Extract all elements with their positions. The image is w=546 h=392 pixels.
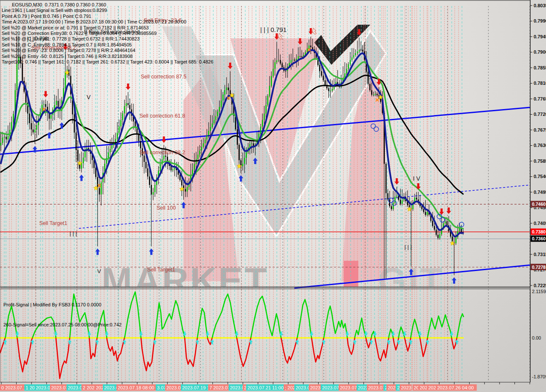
info-line: Point A:0.79 | Point B:0.745 | Point C:0… — [2, 14, 213, 19]
indicator-axis-label: -1.8709 — [532, 374, 546, 379]
time-chip-label: 2023. — [310, 385, 322, 390]
price-axis-label: 0.7765 — [534, 96, 546, 101]
sell-arrow-icon — [395, 178, 399, 184]
price-axis-label: 0.7810 — [534, 81, 546, 86]
time-chip-label: 7 — [209, 385, 212, 390]
time-chip-label: 2023.0 — [104, 385, 119, 390]
price-badge-label: 0.7460 — [532, 202, 546, 207]
chart-annotation: | | | — [70, 230, 77, 236]
time-chip-label: 2023.07 — [166, 385, 183, 390]
price-badge-label: 0.7278 — [532, 265, 546, 270]
hollow-arrow-icon — [312, 28, 317, 35]
time-chip-label: 2 — [397, 385, 400, 390]
time-chip-label: 2023.07. — [322, 385, 340, 390]
watermark-logo: MARKETGIT — [102, 25, 444, 301]
indicator-header: Profit-Signal | Modified By FSB3 0.1170 … — [3, 288, 122, 335]
price-axis[interactable]: 0.80350.79900.79450.79000.78550.78100.77… — [530, 3, 546, 379]
time-chip-label: 2023.0 — [230, 385, 244, 390]
time-chip-label: 2023.07.18 08:00 — [118, 385, 154, 390]
sell-arrow-icon — [44, 91, 48, 97]
time-chip-label: 2023.0 — [68, 385, 82, 390]
time-chip-label: 2023.07 — [213, 385, 230, 390]
chart-annotation: V — [87, 94, 91, 101]
chart-annotation: I V — [413, 175, 421, 182]
price-axis-label: 0.7225 — [534, 283, 546, 288]
time-chip-label: 3.07 — [157, 385, 166, 390]
info-line: Sell %20 @ Entry -23: 0.8006 | Target:0.… — [2, 48, 213, 53]
price-axis-label: 0.7630 — [534, 143, 546, 148]
chart-annotation: Sell Target1 — [147, 267, 175, 273]
chart-annotation: Sell correction 61.8 — [139, 113, 185, 119]
indicator-title: Profit-Signal | Modified By FSB3 0.1170 … — [3, 302, 122, 308]
buy-arrow-icon — [149, 248, 154, 255]
indicator-axis-label: 0.00 — [532, 335, 541, 340]
info-line: Line:1961 | Last Signal is:Sell with sto… — [2, 8, 213, 13]
price-badge-label: 0.7360 — [532, 236, 546, 241]
info-line: Sell %10 @ C_Entry88: 0.7894 || Target:0… — [2, 42, 213, 48]
time-chip-label: 202 — [420, 385, 427, 390]
chart-annotation: Sell Target1 — [39, 220, 67, 226]
osc-cross-down-icon — [346, 331, 349, 336]
price-axis-label: 0.7855 — [534, 65, 546, 70]
price-axis-label: 0.8035 — [534, 3, 546, 8]
info-line: Sell %10 @ C_Entry61: 0.7728 || Target:0… — [2, 36, 213, 42]
signal-info-block: EOSUSD,M30 0.7371 0.7380 0.7360 0.7360Li… — [2, 2, 213, 65]
time-axis[interactable]: 0 2023.07.11 2022023.072023.07.2023.02 2… — [0, 382, 530, 391]
chart-annotation: V — [97, 268, 101, 274]
price-axis-label: 0.7675 — [534, 127, 546, 133]
osc-cross-up-icon — [68, 340, 72, 344]
chart-annotation: | | | — [404, 244, 412, 250]
time-chip-label: 202 — [388, 385, 395, 390]
osc-cross-up-icon — [195, 340, 199, 344]
circle-marker-icon — [440, 218, 445, 222]
info-line: Time A:2023.07.17 19:00:00 | Time B:2023… — [2, 19, 213, 25]
info-line: Sell %20 @ Correction Entry38: 0.7622 ||… — [2, 31, 213, 36]
price-axis-label: 0.7900 — [534, 49, 546, 55]
price-axis-label: 0.7990 — [534, 18, 546, 23]
chart-annotation: Sell correction 38.2 — [139, 150, 185, 156]
buy-arrow-icon — [79, 175, 84, 181]
price-axis-label: 0.7405 — [534, 221, 546, 226]
info-line: EOSUSD,M30 0.7371 0.7380 0.7360 0.7360 — [2, 2, 213, 8]
sell-arrow-icon — [126, 84, 131, 90]
time-chip-label: 2023 — [401, 385, 411, 390]
time-chip-label: 202 — [96, 385, 104, 390]
sell-arrow-icon — [447, 208, 451, 214]
price-axis-label: 0.7585 — [534, 159, 546, 164]
info-line: Sell %20 @ Entry -50: 0.8125 | Target:0.… — [2, 54, 213, 59]
time-chip-label: 0 2023.07.1 — [1, 385, 26, 390]
info-line: Target100: 0.746 || Target 161: 0.7182 |… — [2, 59, 213, 65]
price-axis-label: 0.7495 — [534, 190, 546, 195]
chart-annotation: Sell correction 87.5 — [141, 74, 186, 80]
indicator-signal-status: 260-Signal=Sell since:2023.07.25 08:00:0… — [3, 322, 122, 329]
time-chip-label: 2023.07.21 11:00 — [247, 385, 284, 390]
buy-arrow-icon — [95, 248, 100, 255]
time-chip-label: 2023.07. — [340, 385, 358, 390]
time-chip-label: ; 202 — [285, 385, 295, 390]
buy-arrow-icon — [452, 277, 456, 284]
chart-annotation: Sell 100 — [157, 205, 176, 211]
price-axis-label: 0.7540 — [534, 174, 546, 179]
price-badge-label: 0.7380 — [532, 229, 546, 234]
chart-annotation: | | | 0.791 — [260, 26, 287, 33]
time-chip-label: 2023.0 — [296, 385, 310, 390]
price-axis-label: 0.7720 — [534, 112, 546, 117]
mt-chart-window: { "info_lines": [ "EOSUSD,M30 0.7371 0.7… — [0, 0, 546, 392]
circle-marker-icon — [459, 222, 464, 227]
price-axis-label: 0.7945 — [534, 34, 546, 39]
indicator-axis-label: 2.1159 — [532, 289, 546, 294]
price-axis-label: 0.7315 — [534, 252, 546, 257]
time-chip-label: 2023.07.26 04:00 — [437, 385, 474, 390]
info-line: Sell %20 @ Market price or at: 0.791 || … — [2, 25, 213, 31]
